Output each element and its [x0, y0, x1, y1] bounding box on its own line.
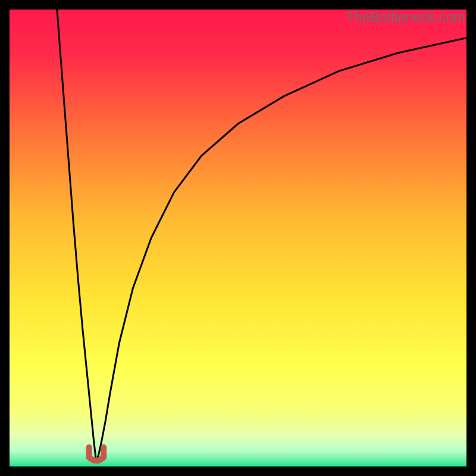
chart-frame: TheBottleneck.com [10, 10, 466, 466]
bottleneck-chart [10, 10, 466, 466]
gradient-background [10, 10, 466, 466]
watermark-text: TheBottleneck.com [346, 10, 465, 26]
